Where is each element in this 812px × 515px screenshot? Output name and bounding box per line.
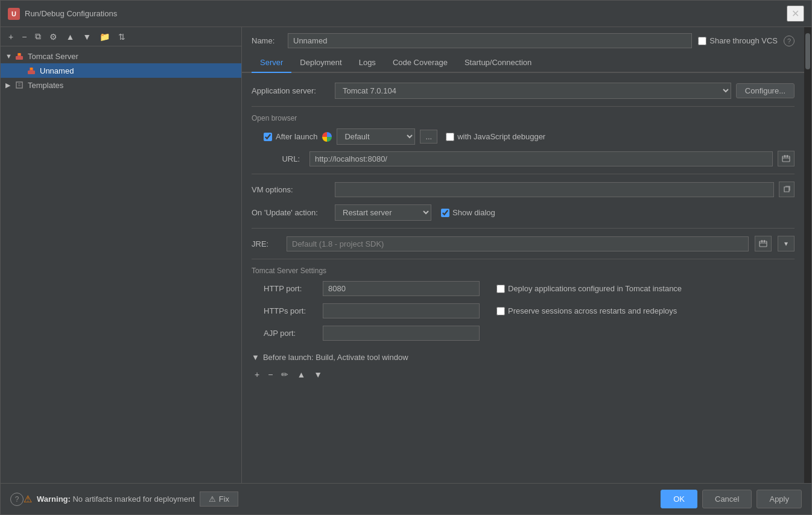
title-bar-left: U Run/Debug Configurations [8, 8, 117, 20]
tree-area: ▼ Tomcat Server [1, 46, 241, 483]
deploy-apps-label: Deploy applications configured in Tomcat… [496, 284, 682, 293]
divider-4 [252, 259, 795, 259]
before-launch-edit-button[interactable]: ✏ [278, 368, 291, 381]
svg-rect-7 [784, 155, 785, 157]
vcs-label: Share through VCS [709, 36, 778, 45]
fix-label: Fix [219, 494, 229, 504]
move-up-button[interactable]: ▲ [63, 30, 77, 43]
name-label: Name: [252, 36, 282, 45]
warning-area: ⚠ Warning: No artifacts marked for deplo… [24, 491, 661, 507]
show-dialog-text: Show dialog [452, 208, 495, 217]
tab-logs[interactable]: Logs [350, 53, 384, 73]
app-server-select[interactable]: Tomcat 7.0.104 [335, 83, 731, 99]
after-launch-checkbox[interactable] [264, 133, 272, 141]
svg-rect-10 [761, 240, 763, 242]
fix-button[interactable]: ⚠ Fix [200, 491, 238, 507]
cancel-button[interactable]: Cancel [702, 490, 752, 508]
js-debugger-checkbox[interactable] [446, 133, 454, 141]
url-row: URL: [252, 151, 795, 166]
ajp-port-row: AJP port: [252, 326, 795, 341]
svg-rect-9 [760, 241, 767, 247]
folder-button[interactable]: 📁 [97, 30, 113, 43]
preserve-sessions-text: Preserve sessions across restarts and re… [508, 306, 677, 315]
before-launch-remove-button[interactable]: − [265, 368, 276, 381]
name-input[interactable] [288, 33, 692, 48]
tree-arrow-tomcat: ▼ [5, 52, 14, 60]
name-vcs-row: Name: Share through VCS ? [242, 27, 804, 53]
tab-startup-connection[interactable]: Startup/Connection [456, 53, 540, 73]
tomcat-group-label: Tomcat Server [28, 52, 78, 61]
tab-server[interactable]: Server [252, 53, 291, 73]
ajp-port-input[interactable] [323, 326, 480, 341]
update-action-row: On 'Update' action: Restart server Show … [252, 204, 795, 221]
left-toolbar: + − ⧉ ⚙ ▲ ▼ 📁 ⇅ [1, 27, 241, 46]
svg-point-2 [18, 53, 21, 55]
after-launch-label: After launch [264, 132, 317, 141]
copy-config-button[interactable]: ⧉ [32, 30, 44, 43]
jre-input[interactable] [287, 236, 749, 251]
url-browse-button[interactable] [778, 151, 795, 166]
tree-item-unnamed[interactable]: Unnamed [1, 63, 241, 78]
right-scrollbar-thumb[interactable] [805, 33, 810, 69]
before-launch-toolbar: + − ✏ ▲ ▼ [252, 368, 795, 381]
run-debug-dialog: U Run/Debug Configurations ✕ + − ⧉ ⚙ ▲ ▼… [0, 0, 812, 515]
before-launch-add-button[interactable]: + [252, 368, 262, 381]
http-port-input[interactable] [323, 281, 480, 296]
vcs-help-icon[interactable]: ? [784, 36, 795, 46]
add-config-button[interactable]: + [5, 30, 16, 43]
right-scrollbar-area [804, 27, 811, 483]
divider-1 [252, 106, 795, 107]
update-action-select[interactable]: Restart server [335, 204, 431, 221]
show-dialog-checkbox[interactable] [441, 209, 449, 217]
vcs-checkbox[interactable] [698, 37, 706, 45]
before-launch-down-button[interactable]: ▼ [311, 368, 325, 381]
apply-button[interactable]: Apply [756, 490, 802, 508]
vm-options-expand-button[interactable] [779, 182, 795, 197]
before-launch-up-button[interactable]: ▲ [294, 368, 308, 381]
http-port-label: HTTP port: [264, 284, 318, 293]
tree-item-tomcat-group[interactable]: ▼ Tomcat Server [1, 49, 241, 63]
https-port-row: HTTPs port: Preserve sessions across res… [252, 303, 795, 318]
before-launch-header[interactable]: ▼ Before launch: Build, Activate tool wi… [252, 353, 795, 362]
tab-deployment[interactable]: Deployment [291, 53, 350, 73]
vm-options-label: VM options: [252, 185, 330, 194]
deploy-apps-checkbox[interactable] [496, 285, 505, 293]
before-launch-arrow: ▼ [252, 353, 259, 362]
update-action-label: On 'Update' action: [252, 208, 330, 217]
tomcat-group-icon [14, 51, 25, 62]
svg-rect-6 [782, 156, 790, 162]
ajp-port-label: AJP port: [264, 329, 318, 338]
help-button[interactable]: ? [10, 493, 24, 506]
tomcat-settings-section: Tomcat Server Settings HTTP port: Deploy… [252, 267, 795, 341]
configure-button[interactable]: Configure... [736, 83, 795, 98]
tab-code-coverage[interactable]: Code Coverage [384, 53, 456, 73]
divider-3 [252, 228, 795, 229]
right-panel: Name: Share through VCS ? Server Deploym… [242, 27, 804, 483]
app-icon: U [8, 8, 20, 20]
tree-arrow-templates: ▶ [5, 81, 14, 89]
tree-item-templates[interactable]: ▶ Templates [1, 78, 241, 92]
divider-2 [252, 174, 795, 174]
vm-options-input[interactable] [335, 182, 774, 197]
warning-message: No artifacts marked for deployment [72, 494, 194, 504]
remove-config-button[interactable]: − [19, 30, 30, 43]
dialog-title: Run/Debug Configurations [25, 9, 117, 18]
settings-button[interactable]: ⚙ [46, 30, 60, 43]
tabs-bar: Server Deployment Logs Code Coverage Sta… [242, 53, 804, 73]
jre-label: JRE: [252, 239, 282, 248]
unnamed-label: Unnamed [40, 66, 74, 75]
close-button[interactable]: ✕ [787, 5, 804, 22]
deploy-apps-text: Deploy applications configured in Tomcat… [508, 284, 682, 293]
https-port-input[interactable] [323, 303, 480, 318]
ok-button[interactable]: OK [661, 490, 697, 508]
preserve-sessions-checkbox[interactable] [496, 307, 505, 315]
move-down-button[interactable]: ▼ [80, 30, 94, 43]
after-launch-text: After launch [276, 132, 317, 141]
sort-button[interactable]: ⇅ [115, 30, 128, 43]
svg-point-5 [30, 68, 33, 70]
url-input[interactable] [309, 151, 773, 166]
browser-dots-button[interactable]: ... [420, 130, 437, 144]
jre-dropdown-button[interactable]: ▾ [778, 236, 795, 251]
jre-browse-button[interactable] [755, 236, 772, 251]
browser-select[interactable]: Default [337, 128, 415, 145]
